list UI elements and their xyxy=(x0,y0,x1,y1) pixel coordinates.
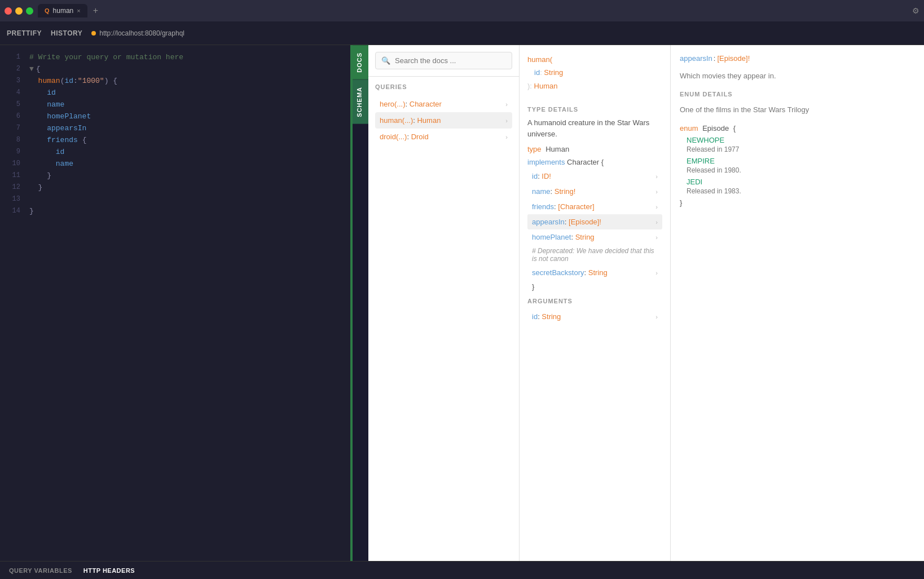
field-homePlanet[interactable]: homePlanet: String › xyxy=(527,229,662,245)
prettify-button[interactable]: PRETTIFY xyxy=(7,27,42,39)
line-number: 10 xyxy=(5,158,20,169)
tab-close-button[interactable]: × xyxy=(77,7,80,14)
code-content: id xyxy=(29,147,64,158)
arguments-header: ARGUMENTS xyxy=(527,298,662,304)
code-line-6: 6 homePlanet xyxy=(0,111,350,123)
field-id[interactable]: id: ID! › xyxy=(527,169,662,184)
enum-description: One of the films in the Star Wars Trilog… xyxy=(680,104,915,116)
line-number: 4 xyxy=(5,87,20,98)
enum-value-jedi[interactable]: JEDI xyxy=(687,178,915,186)
chevron-right-icon: › xyxy=(505,134,508,140)
line-number: 13 xyxy=(5,194,20,205)
toolbar: PRETTIFY HISTORY http://localhost:8080/g… xyxy=(0,21,924,45)
code-line-10: 10 name xyxy=(0,158,350,170)
connection-status-dot xyxy=(91,31,96,36)
right-panel: appearsIn : [Episode]! Which movies they… xyxy=(671,45,924,561)
search-input-wrap[interactable]: 🔍 xyxy=(375,52,512,69)
close-traffic-light[interactable] xyxy=(5,7,12,15)
search-input[interactable] xyxy=(395,56,506,65)
code-line-13: 13 xyxy=(0,194,350,206)
query-variables-button[interactable]: QUERY VARIABLES xyxy=(9,567,72,574)
type-declaration: type Human xyxy=(527,145,662,153)
url-text: http://localhost:8080/graphql xyxy=(99,29,184,37)
query-item-hero[interactable]: hero(...): Character › xyxy=(375,96,512,112)
http-headers-button[interactable]: HTTP HEADERS xyxy=(83,567,135,574)
chevron-right-icon: › xyxy=(505,101,508,108)
chevron-right-icon: › xyxy=(655,234,658,241)
code-content: name xyxy=(29,158,73,170)
enum-desc-newhope: Released in 1977 xyxy=(687,145,915,153)
chevron-right-icon: › xyxy=(655,219,658,226)
enum-details-header: ENUM DETAILS xyxy=(680,91,915,98)
code-line-3: 3 human(id:"1000") { xyxy=(0,76,350,87)
schema-tab[interactable]: SCHEMA xyxy=(353,79,368,124)
history-button[interactable]: HISTORY xyxy=(51,27,82,39)
line-number: 3 xyxy=(5,76,20,86)
arg-id[interactable]: id: String › xyxy=(527,309,662,324)
search-icon: 🔍 xyxy=(381,56,390,65)
query-item-label: hero(...): Character xyxy=(380,100,442,108)
code-content: friends { xyxy=(29,135,86,147)
type-details-header: TYPE DETAILS xyxy=(527,106,662,113)
type-panel: human( id: String ): Human TYPE DETAILS … xyxy=(520,45,671,561)
code-content: { xyxy=(36,64,41,76)
field-friends[interactable]: friends: [Character] › xyxy=(527,199,662,214)
implements-line: implements Character { xyxy=(527,158,662,166)
type-signature: human( id: String ): Human xyxy=(527,53,662,92)
query-item-human[interactable]: human(...): Human › xyxy=(375,112,512,129)
field-description: Which movies they appear in. xyxy=(680,70,915,82)
gear-icon[interactable]: ⚙ xyxy=(912,6,919,15)
chevron-right-icon: › xyxy=(505,117,508,124)
collapse-icon[interactable]: ▼ xyxy=(29,64,34,76)
main-layout: 1 # Write your query or mutation here 2 … xyxy=(0,45,924,561)
enum-value-empire[interactable]: EMPIRE xyxy=(687,157,915,165)
code-line-8: 8 friends { xyxy=(0,135,350,147)
chevron-right-icon: › xyxy=(655,204,658,210)
code-line-12: 12 } xyxy=(0,182,350,194)
tab-human[interactable]: Q human × xyxy=(38,4,87,17)
code-editor[interactable]: 1 # Write your query or mutation here 2 … xyxy=(0,45,350,561)
line-number: 9 xyxy=(5,147,20,157)
chevron-right-icon: › xyxy=(655,269,658,276)
search-box: 🔍 xyxy=(368,45,519,77)
minimize-traffic-light[interactable] xyxy=(15,7,23,15)
line-number: 5 xyxy=(5,99,20,110)
code-content: appearsIn xyxy=(29,123,86,135)
code-line-11: 11 } xyxy=(0,170,350,182)
graphql-icon: Q xyxy=(45,7,50,14)
field-appearsIn[interactable]: appearsIn: [Episode]! › xyxy=(527,214,662,229)
code-content: id xyxy=(29,87,56,99)
code-comment: # Write your query or mutation here xyxy=(29,52,183,64)
code-content: name xyxy=(29,99,64,111)
code-line-5: 5 name xyxy=(0,99,350,111)
tab-bar: Q human × + xyxy=(38,4,908,17)
code-line-7: 7 appearsIn xyxy=(0,123,350,135)
fullscreen-traffic-light[interactable] xyxy=(26,7,33,15)
enum-desc-empire: Released in 1980. xyxy=(687,166,915,174)
chevron-right-icon: › xyxy=(655,313,658,320)
code-content: } xyxy=(29,182,42,194)
line-number: 6 xyxy=(5,111,20,122)
docs-tab[interactable]: DOCS xyxy=(353,45,368,79)
line-number: 8 xyxy=(5,135,20,145)
line-number: 11 xyxy=(5,170,20,181)
tab-label: human xyxy=(53,7,74,15)
field-name[interactable]: name: String! › xyxy=(527,184,662,199)
side-tabs: DOCS SCHEMA xyxy=(353,45,368,561)
code-line-4: 4 id xyxy=(0,87,350,99)
title-bar: Q human × + ⚙ xyxy=(0,0,924,21)
field-secretBackstory[interactable]: secretBackstory: String › xyxy=(527,265,662,280)
add-tab-button[interactable]: + xyxy=(90,5,102,17)
bottom-bar: QUERY VARIABLES HTTP HEADERS xyxy=(0,561,924,579)
url-display: http://localhost:8080/graphql xyxy=(91,29,184,37)
chevron-right-icon: › xyxy=(655,188,658,195)
line-number: 14 xyxy=(5,206,20,216)
type-description: A humanoid creature in the Star Wars uni… xyxy=(527,117,662,139)
query-item-label: human(...): Human xyxy=(380,116,441,125)
code-line-2: 2 ▼ { xyxy=(0,64,350,76)
deprecated-comment: # Deprecated: We have decided that this … xyxy=(527,245,662,265)
query-item-droid[interactable]: droid(...): Droid › xyxy=(375,129,512,145)
docs-panel: 🔍 QUERIES hero(...): Character › human(.… xyxy=(368,45,520,561)
code-line-9: 9 id xyxy=(0,147,350,158)
enum-value-newhope[interactable]: NEWHOPE xyxy=(687,136,915,144)
